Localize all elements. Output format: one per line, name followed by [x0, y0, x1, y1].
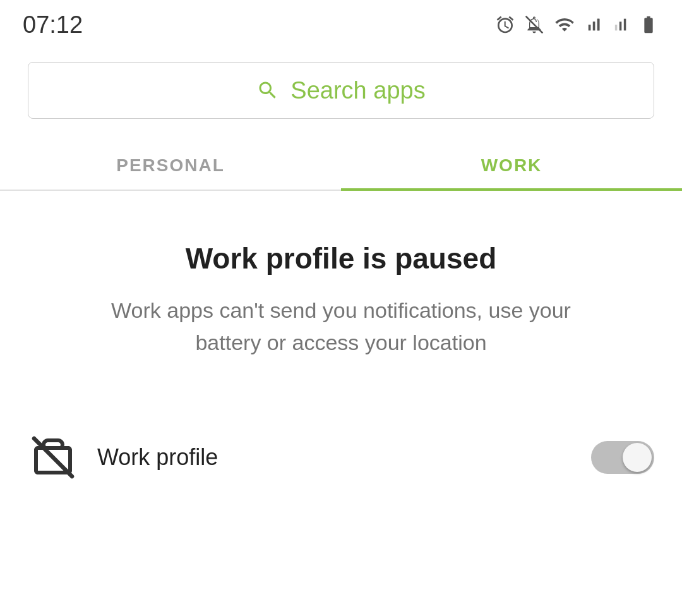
work-profile-icon — [30, 435, 76, 480]
tab-work[interactable]: WORK — [341, 144, 682, 190]
work-profile-toggle[interactable] — [591, 441, 654, 474]
status-bar: 07:12 — [0, 0, 682, 44]
alarm-icon — [495, 15, 515, 35]
tabs-container: PERSONAL WORK — [0, 144, 682, 191]
search-bar[interactable]: Search apps — [28, 62, 654, 119]
status-icons — [495, 15, 659, 35]
battery-icon — [638, 15, 659, 35]
toggle-thumb — [623, 443, 652, 472]
work-paused-title: Work profile is paused — [186, 241, 496, 275]
wifi-icon — [553, 15, 576, 35]
signal-icon-2 — [611, 15, 629, 35]
mute-icon — [524, 15, 544, 35]
search-icon — [256, 79, 279, 102]
status-time: 07:12 — [23, 11, 83, 39]
work-profile-icon-wrap — [28, 432, 78, 483]
tab-personal[interactable]: PERSONAL — [0, 144, 341, 190]
search-placeholder: Search apps — [290, 77, 425, 104]
toggle-track — [591, 441, 654, 474]
work-profile-label: Work profile — [97, 444, 591, 471]
work-paused-content: Work profile is paused Work apps can't s… — [0, 191, 682, 359]
work-paused-description: Work apps can't send you notifications, … — [95, 294, 587, 359]
signal-icon-1 — [585, 15, 602, 35]
work-profile-row: Work profile — [0, 409, 682, 505]
